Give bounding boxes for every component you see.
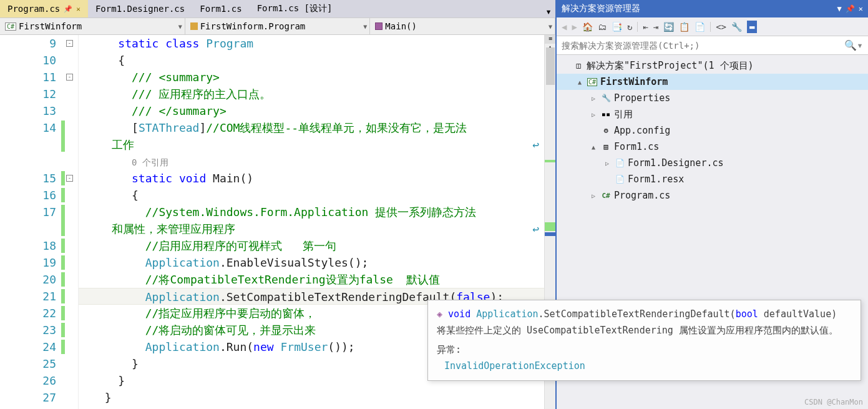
- scroll-thumb[interactable]: [546, 47, 555, 85]
- home-icon[interactable]: 🏠: [582, 22, 593, 32]
- code-line[interactable]: }: [79, 389, 544, 406]
- document-tabs: Program.cs 📌 ✕ Form1.Designer.cs Form1.c…: [0, 0, 555, 17]
- tree-label: 解决方案"FirstProject"(1 个项目): [587, 60, 754, 72]
- forward-icon[interactable]: ▶: [572, 22, 577, 32]
- tree-arrow-icon[interactable]: ▷: [589, 192, 598, 199]
- tree-node-icon: C#: [600, 190, 612, 201]
- code-line[interactable]: /// 应用程序的主入口点。: [79, 86, 544, 102]
- fold-toggle-icon[interactable]: -: [66, 40, 73, 47]
- crumb-namespace[interactable]: C#FirstWinform▼: [0, 18, 185, 34]
- tooltip-return-type: void: [448, 308, 471, 320]
- tree-arrow-icon[interactable]: ▷: [589, 111, 598, 118]
- tab-label: Form1.Designer.cs: [95, 4, 185, 14]
- chevron-down-icon[interactable]: ▼: [549, 23, 552, 30]
- tabs-dropdown-icon[interactable]: ▾: [542, 6, 555, 17]
- tree-arrow-icon[interactable]: ▲: [589, 144, 598, 150]
- tab-label: Form1.cs: [200, 4, 241, 14]
- collapse-icon[interactable]: ⇤: [643, 22, 648, 32]
- search-icon[interactable]: 🔍: [844, 39, 857, 51]
- tree-node-icon: ⚙: [600, 125, 612, 136]
- tab-pin-icon[interactable]: 📌: [64, 5, 72, 13]
- tree-label: App.config: [614, 125, 670, 136]
- tab-form1-cs[interactable]: Form1.cs: [192, 0, 249, 17]
- tree-label: FirstWinform: [600, 76, 668, 87]
- code-line[interactable]: //启用应用程序的可视样式 第一句: [79, 237, 544, 254]
- copy-icon[interactable]: 📋: [679, 22, 690, 32]
- tree-item[interactable]: ▷▪▪引用: [557, 106, 868, 122]
- tree-node-icon: 📄: [614, 157, 625, 169]
- code-line[interactable]: {: [79, 52, 544, 69]
- tab-label: Program.cs: [7, 4, 60, 14]
- scroll-caret-mark: [545, 232, 555, 236]
- tab-form1-design[interactable]: Form1.cs [设计]: [250, 0, 340, 17]
- tree-label: Properties: [614, 92, 670, 104]
- copy2-icon[interactable]: 📄: [695, 22, 705, 32]
- dropdown-icon[interactable]: ▼: [837, 4, 842, 13]
- fold-toggle-icon[interactable]: -: [66, 175, 73, 182]
- crumb-class[interactable]: FirstWinform.Program▼: [185, 18, 371, 34]
- code-line[interactable]: {: [79, 187, 544, 204]
- close-icon[interactable]: ✕: [859, 4, 863, 13]
- pin-icon[interactable]: 📌: [846, 4, 855, 13]
- tooltip-description: 将某些控件上定义的 UseCompatibleTextRendering 属性设…: [437, 323, 852, 339]
- code-line[interactable]: /// </summary>: [79, 102, 544, 119]
- code-line[interactable]: static class Program: [79, 35, 544, 52]
- refresh-icon[interactable]: ↻: [627, 22, 632, 32]
- tree-item[interactable]: ▷C#Program.cs: [557, 187, 868, 204]
- tooltip-class: Application: [476, 308, 538, 320]
- chevron-down-icon[interactable]: ▼: [363, 23, 367, 30]
- code-line[interactable]: /// <summary>: [79, 69, 544, 86]
- tree-label: Form1.cs: [614, 141, 659, 152]
- explorer-title: 解决方案资源管理器: [562, 3, 640, 14]
- tree-label: Form1.resx: [628, 174, 684, 185]
- chevron-down-icon[interactable]: ▼: [178, 23, 182, 30]
- tree-item[interactable]: 📄Form1.resx: [557, 171, 868, 187]
- scroll-mark: [545, 160, 555, 162]
- crumb-method[interactable]: Main()▼: [370, 18, 555, 34]
- code-line[interactable]: Application.EnableVisualStyles();: [79, 254, 544, 271]
- tab-program-cs[interactable]: Program.cs 📌 ✕: [0, 0, 88, 17]
- watermark: CSDN @ChanMon: [804, 398, 863, 407]
- tooltip-param-type: bool: [736, 308, 758, 320]
- tree-label: 引用: [614, 109, 633, 121]
- tree-arrow-icon[interactable]: ▲: [575, 79, 584, 86]
- wrench-icon[interactable]: 🔧: [731, 22, 742, 32]
- tab-close-icon[interactable]: ✕: [76, 5, 80, 13]
- tree-item[interactable]: ▷📄Form1.Designer.cs: [557, 155, 868, 171]
- search-input[interactable]: [562, 41, 844, 51]
- separator: [637, 22, 638, 32]
- code-line[interactable]: //将CompatibleTextRendering设置为false 默认值: [79, 271, 544, 288]
- tooltip-param-name: defaultValue): [758, 308, 837, 320]
- tree-arrow-icon[interactable]: ▷: [589, 95, 598, 102]
- tree-node-icon: C#: [587, 76, 598, 87]
- tab-form1-designer[interactable]: Form1.Designer.cs: [88, 0, 192, 17]
- sync-icon[interactable]: 🗂: [598, 22, 607, 32]
- fold-toggle-icon[interactable]: -: [66, 74, 73, 81]
- tree-item[interactable]: ⚙App.config: [557, 122, 868, 139]
- filter-icon[interactable]: ▬: [747, 21, 757, 33]
- expand-icon[interactable]: ⇥: [653, 22, 658, 32]
- code-line[interactable]: [STAThread]//COM线程模型--单线程单元，如果没有它，是无法 工作…: [79, 119, 544, 153]
- explorer-search: 🔍 ▾: [557, 36, 868, 55]
- line-gutter: 9101112131415161718192021222324252627: [0, 35, 61, 409]
- intellisense-tooltip: ◈ void Application.SetCompatibleTextRend…: [427, 300, 861, 381]
- code-icon[interactable]: <>: [716, 22, 726, 32]
- show-all-icon[interactable]: 📑: [612, 22, 622, 32]
- code-line[interactable]: //System.Windows.Form.Application 提供一系列静…: [79, 204, 544, 237]
- code-line[interactable]: 0 个引用: [79, 153, 544, 170]
- refresh2-icon[interactable]: 🔄: [663, 22, 674, 32]
- tree-item[interactable]: ▲▤Form1.cs: [557, 139, 868, 155]
- back-icon[interactable]: ◀: [562, 22, 567, 32]
- tree-arrow-icon[interactable]: ▷: [603, 160, 612, 167]
- tree-item[interactable]: ▷🔧Properties: [557, 90, 868, 106]
- code-line[interactable]: static void Main(): [79, 170, 544, 187]
- tree-node-icon: ◫: [573, 60, 584, 71]
- split-handle-icon[interactable]: ≡: [545, 35, 555, 44]
- class-icon: [190, 22, 198, 30]
- tree-label: Program.cs: [614, 190, 670, 201]
- tooltip-exception: 异常: InvalidOperationException: [437, 342, 852, 374]
- explorer-titlebar: 解决方案资源管理器 ▼ 📌 ✕: [557, 0, 868, 17]
- tree-item[interactable]: ▲C#FirstWinform: [557, 74, 868, 90]
- search-dropdown-icon[interactable]: ▾: [857, 39, 863, 51]
- tree-item[interactable]: ◫解决方案"FirstProject"(1 个项目): [557, 57, 868, 74]
